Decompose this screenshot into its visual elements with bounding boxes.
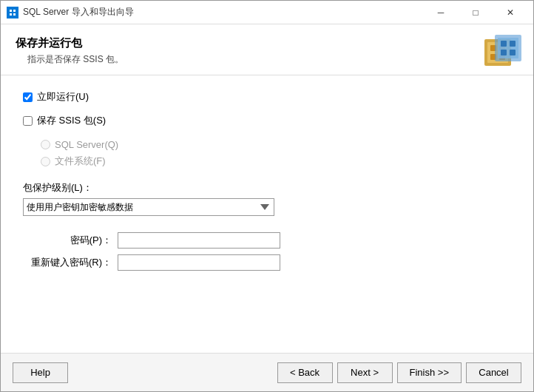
immediate-run-checkbox[interactable]	[23, 92, 33, 102]
main-window: SQL Server 导入和导出向导 ─ □ ✕ 保存并运行包 指示是否保存 S…	[0, 0, 534, 392]
sql-server-radio-row: SQL Server(Q)	[41, 139, 511, 150]
protection-level-label: 包保护级别(L)：	[23, 181, 511, 195]
protection-level-select[interactable]: 使用用户密钥加密敏感数据	[23, 198, 274, 216]
help-button[interactable]: Help	[13, 362, 68, 383]
cancel-button[interactable]: Cancel	[466, 362, 521, 383]
ssis-package-icon	[483, 33, 521, 72]
page-subtitle: 指示是否保存 SSIS 包。	[27, 53, 518, 66]
app-icon	[7, 7, 18, 18]
file-system-radio	[41, 157, 50, 166]
save-location-group: SQL Server(Q) 文件系统(F)	[41, 139, 511, 168]
reenter-password-row: 重新键入密码(R)：	[23, 254, 511, 271]
next-button[interactable]: Next >	[337, 362, 393, 383]
finish-button[interactable]: Finish >>	[397, 362, 462, 383]
reenter-password-label: 重新键入密码(R)：	[23, 256, 112, 269]
minimize-button[interactable]: ─	[424, 1, 458, 24]
content-area: 保存并运行包 指示是否保存 SSIS 包。	[1, 24, 533, 391]
svg-rect-14	[510, 41, 516, 47]
password-input[interactable]	[118, 232, 280, 249]
svg-rect-13	[501, 41, 507, 47]
password-fields: 密码(P)： 重新键入密码(R)：	[23, 232, 511, 271]
sql-server-radio-label: SQL Server(Q)	[55, 139, 118, 150]
footer-right: < Back Next > Finish >> Cancel	[277, 362, 521, 383]
footer-left: Help	[13, 362, 277, 383]
svg-rect-3	[10, 13, 12, 16]
svg-rect-12	[498, 38, 518, 58]
title-bar: SQL Server 导入和导出向导 ─ □ ✕	[1, 1, 533, 24]
sql-server-radio	[41, 140, 50, 149]
svg-rect-0	[8, 8, 17, 17]
immediate-run-label[interactable]: 立即运行(U)	[37, 90, 89, 104]
save-ssis-row: 保存 SSIS 包(S)	[23, 114, 511, 127]
maximize-button[interactable]: □	[459, 1, 493, 24]
svg-rect-4	[13, 13, 16, 16]
file-system-radio-label: 文件系统(F)	[55, 155, 106, 168]
header-section: 保存并运行包 指示是否保存 SSIS 包。	[1, 24, 533, 75]
svg-rect-1	[10, 10, 12, 12]
header-text: 保存并运行包 指示是否保存 SSIS 包。	[16, 36, 518, 66]
password-label: 密码(P)：	[23, 234, 112, 247]
svg-rect-16	[510, 50, 516, 55]
svg-rect-2	[13, 10, 16, 12]
file-system-radio-row: 文件系统(F)	[41, 155, 511, 168]
save-ssis-checkbox[interactable]	[23, 116, 33, 126]
back-button[interactable]: < Back	[277, 362, 333, 383]
header-icon-container	[483, 33, 521, 72]
password-row: 密码(P)：	[23, 232, 511, 249]
protection-level-section: 包保护级别(L)： 使用用户密钥加密敏感数据	[23, 181, 511, 216]
main-form: 立即运行(U) 保存 SSIS 包(S) SQL Server(Q) 文件系统(…	[1, 75, 533, 353]
reenter-password-input[interactable]	[118, 254, 280, 271]
close-button[interactable]: ✕	[493, 1, 527, 24]
page-title: 保存并运行包	[16, 36, 518, 50]
window-controls: ─ □ ✕	[424, 1, 527, 24]
svg-rect-15	[501, 50, 507, 55]
immediate-run-row: 立即运行(U)	[23, 90, 511, 104]
footer: Help < Back Next > Finish >> Cancel	[1, 353, 533, 391]
save-ssis-label[interactable]: 保存 SSIS 包(S)	[37, 114, 106, 127]
window-title: SQL Server 导入和导出向导	[23, 6, 424, 18]
